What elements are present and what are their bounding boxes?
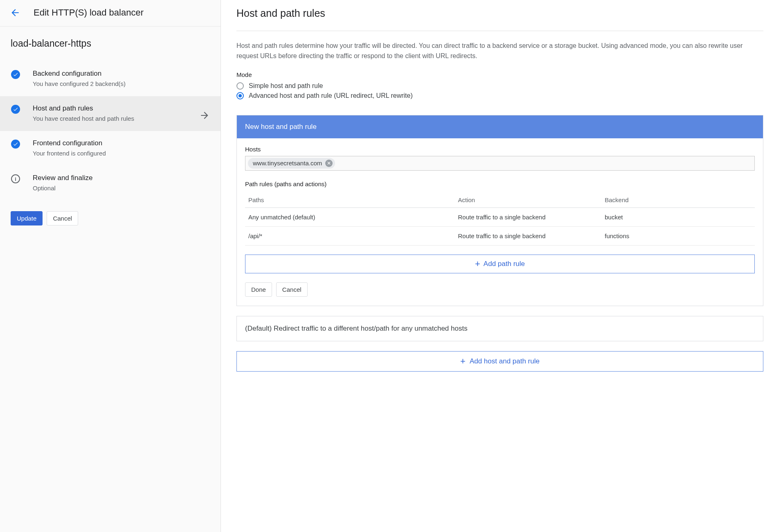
radio-label: Advanced host and path rule (URL redirec… <box>249 92 413 99</box>
back-arrow-icon[interactable] <box>10 7 20 18</box>
button-label: Add host and path rule <box>470 357 540 365</box>
step-title: Host and path rules <box>33 104 199 113</box>
check-icon <box>11 70 20 79</box>
update-button[interactable]: Update <box>11 211 43 225</box>
default-rule-row[interactable]: (Default) Redirect traffic to a differen… <box>236 316 763 341</box>
radio-label: Simple host and path rule <box>249 82 323 90</box>
page-title: Edit HTTP(S) load balancer <box>34 7 144 18</box>
mode-label: Mode <box>236 71 763 78</box>
radio-icon <box>236 92 244 99</box>
check-icon <box>11 104 20 114</box>
step-host-and-path-rules[interactable]: Host and path rules You have created hos… <box>0 96 220 131</box>
left-panel: Edit HTTP(S) load balancer load-balancer… <box>0 0 221 532</box>
add-host-and-path-rule-button[interactable]: + Add host and path rule <box>236 351 763 372</box>
col-action: Action <box>458 196 605 203</box>
step-subtitle: Your frontend is configured <box>33 150 210 157</box>
col-backend: Backend <box>605 196 752 203</box>
mode-simple-radio[interactable]: Simple host and path rule <box>236 82 763 90</box>
table-row[interactable]: /api/* Route traffic to a single backend… <box>245 227 755 246</box>
cell-backend: bucket <box>605 214 752 221</box>
remove-chip-icon[interactable]: ✕ <box>325 160 333 167</box>
new-rule-block: New host and path rule Hosts www.tinysec… <box>236 115 763 306</box>
right-panel: Host and path rules Host and path rules … <box>221 0 765 532</box>
step-review-and-finalize[interactable]: i Review and finalize Optional <box>0 166 220 201</box>
step-frontend-configuration[interactable]: Frontend configuration Your frontend is … <box>0 131 220 166</box>
hosts-label: Hosts <box>245 146 755 153</box>
mode-advanced-radio[interactable]: Advanced host and path rule (URL redirec… <box>236 92 763 99</box>
add-path-rule-button[interactable]: + Add path rule <box>245 255 755 273</box>
cell-paths: Any unmatched (default) <box>248 214 458 221</box>
info-icon: i <box>11 174 20 184</box>
step-title: Review and finalize <box>33 174 210 182</box>
cell-action: Route traffic to a single backend <box>458 214 605 221</box>
divider <box>236 31 763 31</box>
arrow-right-icon <box>199 110 210 121</box>
check-icon <box>11 139 20 149</box>
rule-header: New host and path rule <box>237 115 763 138</box>
rule-cancel-button[interactable]: Cancel <box>276 282 308 297</box>
section-title: Host and path rules <box>236 7 763 19</box>
cell-action: Route traffic to a single backend <box>458 232 605 239</box>
radio-icon <box>236 82 244 90</box>
step-backend-configuration[interactable]: Backend configuration You have configure… <box>0 61 220 96</box>
step-subtitle: You have created host and path rules <box>33 115 199 122</box>
host-chip: www.tinysecretsanta.com ✕ <box>248 158 335 169</box>
cancel-button[interactable]: Cancel <box>47 211 78 225</box>
cell-backend: functions <box>605 232 752 239</box>
table-row[interactable]: Any unmatched (default) Route traffic to… <box>245 208 755 227</box>
step-subtitle: You have configured 2 backend(s) <box>33 80 210 87</box>
section-description: Host and path rules determine how your t… <box>236 41 763 61</box>
path-rules-label: Path rules (paths and actions) <box>245 180 755 187</box>
chip-text: www.tinysecretsanta.com <box>253 160 322 167</box>
step-subtitle: Optional <box>33 185 210 192</box>
done-button[interactable]: Done <box>245 282 272 297</box>
step-title: Backend configuration <box>33 70 210 78</box>
hosts-input[interactable]: www.tinysecretsanta.com ✕ <box>245 156 755 171</box>
resource-name: load-balancer-https <box>0 27 220 61</box>
button-label: Add path rule <box>484 260 525 268</box>
col-paths: Paths <box>248 196 458 203</box>
cell-paths: /api/* <box>248 232 458 239</box>
step-title: Frontend configuration <box>33 139 210 147</box>
path-rules-table: Paths Action Backend Any unmatched (defa… <box>245 192 755 246</box>
